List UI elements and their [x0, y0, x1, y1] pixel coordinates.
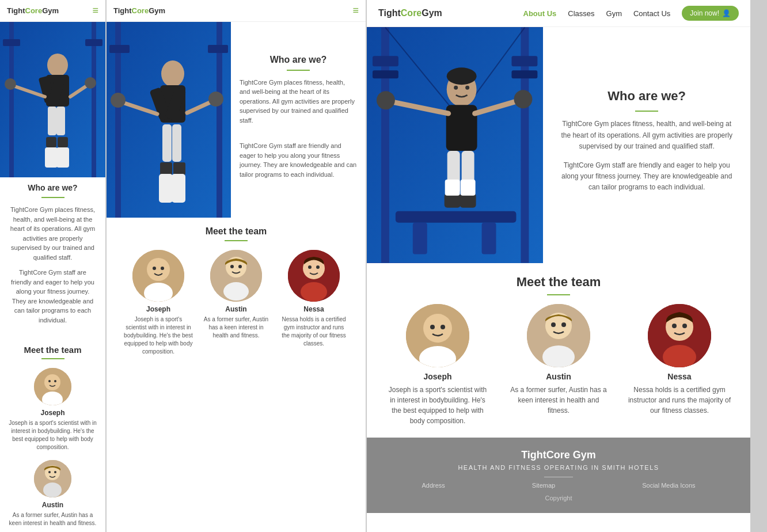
austin-desc: As a former surfer, Austin has a keen in… — [6, 511, 100, 527]
footer-subtitle-d: HEALTH AND FITNESS OPERATING IN SMITH HO… — [378, 464, 739, 471]
avatar-joseph-t — [132, 250, 184, 302]
svg-point-12 — [85, 77, 96, 89]
svg-point-57 — [161, 267, 164, 270]
svg-rect-71 — [373, 56, 398, 66]
who-title-d: Who are we? — [557, 89, 736, 104]
hamburger-icon[interactable]: ≡ — [92, 5, 98, 17]
svg-rect-93 — [445, 180, 460, 196]
brand-tight: Tight — [7, 6, 25, 15]
team-divider-d — [547, 294, 570, 295]
nav-gym[interactable]: Gym — [606, 9, 622, 18]
team-title-d: Meet the team — [378, 275, 739, 290]
svg-point-60 — [230, 265, 234, 268]
svg-rect-16 — [58, 137, 68, 147]
avatar-nessa-d — [648, 304, 711, 367]
austin-name-d: Austin — [546, 372, 571, 381]
team-member-nessa-t: Nessa Nessa holds is a certified gym ins… — [279, 250, 348, 356]
svg-point-22 — [48, 380, 51, 382]
svg-point-56 — [153, 267, 156, 270]
joseph-desc-d: Joseph is a sport's scientist with in in… — [386, 385, 489, 426]
team-member-nessa-d: Nessa Nessa holds is a certified gym ins… — [628, 304, 731, 426]
brand-gym-t: Gym — [149, 6, 165, 15]
joseph-desc: Joseph is a sport's scientist with in in… — [6, 419, 100, 451]
team-grid-t: Joseph Joseph is a sport's scientist wit… — [112, 250, 360, 356]
svg-point-101 — [545, 313, 572, 339]
svg-rect-79 — [482, 223, 496, 254]
brand-tight-d: Tight — [378, 8, 401, 18]
brand-logo-d: TightCore Gym — [378, 8, 442, 18]
brand-core-d: Core — [401, 8, 422, 18]
nav-about[interactable]: About Us — [523, 9, 557, 18]
who-para2-t: TightCore Gym staff are friendly and eag… — [240, 141, 357, 179]
svg-point-102 — [551, 322, 556, 327]
team-member-austin: Austin As a former surfer, Austin has a … — [6, 460, 100, 527]
svg-rect-77 — [396, 211, 517, 223]
joseph-desc-t: Joseph is a sport's scientist with in in… — [124, 316, 193, 356]
svg-rect-73 — [373, 70, 398, 78]
nessa-name-t: Nessa — [303, 305, 324, 313]
svg-point-99 — [441, 325, 445, 329]
team-member-austin-t: Austin As a former surfer, Austin has a … — [202, 250, 271, 356]
footer-sitemap-d: Sitemap — [532, 482, 555, 489]
svg-point-20 — [44, 374, 60, 390]
team-section: Meet the team Joseph Joseph is a sport's — [0, 336, 105, 532]
brand-core-t: Core — [132, 6, 149, 15]
footer-d: TightCore Gym HEALTH AND FITNESS OPERATI… — [367, 438, 750, 513]
hero-image-d — [367, 27, 543, 263]
avatar-nessa-t — [288, 250, 340, 302]
svg-point-87 — [454, 86, 458, 90]
nav-contact[interactable]: Contact Us — [633, 9, 670, 18]
austin-name-t: Austin — [225, 305, 246, 313]
join-button[interactable]: Join now! 👤 — [682, 6, 739, 21]
svg-point-28 — [43, 482, 62, 497]
svg-rect-14 — [56, 107, 65, 135]
team-divider — [41, 358, 64, 359]
brand-core: Core — [25, 6, 43, 15]
austin-name: Austin — [42, 501, 63, 509]
austin-desc-t: As a former surfer, Austin has a keen in… — [202, 316, 271, 340]
hero-image — [0, 22, 105, 177]
svg-rect-15 — [46, 137, 56, 147]
panel-desktop: TightCore Gym About Us Classes Gym Conta… — [367, 0, 750, 532]
team-member-austin-d: Austin As a former surfer, Austin has a … — [507, 304, 610, 426]
navbar-mobile: TightCore Gym ≡ — [0, 0, 105, 22]
svg-rect-49 — [160, 162, 172, 175]
svg-rect-37 — [109, 45, 130, 53]
svg-point-27 — [54, 471, 56, 473]
nav-classes[interactable]: Classes — [568, 9, 594, 18]
svg-point-88 — [465, 86, 469, 90]
svg-point-5 — [47, 54, 68, 77]
svg-point-86 — [514, 90, 532, 108]
footer-copyright-d: Copyright — [378, 495, 739, 501]
svg-point-107 — [672, 324, 677, 328]
who-para2: TightCore Gym staff are friendly and eag… — [9, 268, 97, 325]
team-title-t: Meet the team — [112, 226, 360, 237]
svg-point-103 — [561, 322, 566, 327]
hamburger-icon-t[interactable]: ≡ — [352, 5, 359, 17]
brand-tight-t: Tight — [113, 6, 132, 15]
join-label: Join now! — [690, 9, 719, 17]
footer-address-d: Address — [422, 482, 445, 489]
joseph-name-t: Joseph — [146, 305, 170, 313]
team-title: Meet the team — [6, 345, 100, 355]
svg-rect-94 — [461, 180, 476, 196]
avatar-joseph-d — [406, 304, 469, 367]
svg-point-45 — [111, 93, 126, 108]
avatar-austin — [34, 460, 71, 497]
svg-rect-51 — [159, 174, 173, 203]
svg-rect-3 — [3, 39, 20, 46]
joseph-name-d: Joseph — [423, 372, 451, 381]
footer-divider-d — [544, 477, 573, 477]
svg-rect-78 — [413, 223, 427, 254]
svg-point-65 — [308, 265, 312, 269]
who-para1: TightCore Gym places fitness, health, an… — [9, 205, 97, 262]
nessa-name-d: Nessa — [667, 372, 691, 381]
svg-rect-82 — [446, 105, 477, 151]
team-grid: Joseph Joseph is a sport's scientist wit… — [6, 368, 100, 532]
hero-who-desktop: Who are we? TightCore Gym places fitness… — [367, 27, 750, 263]
svg-rect-48 — [172, 124, 181, 162]
svg-point-46 — [208, 92, 223, 107]
person-icon: 👤 — [722, 9, 731, 17]
navbar-desktop: TightCore Gym About Us Classes Gym Conta… — [367, 0, 750, 27]
who-title-t: Who are we? — [240, 55, 357, 65]
